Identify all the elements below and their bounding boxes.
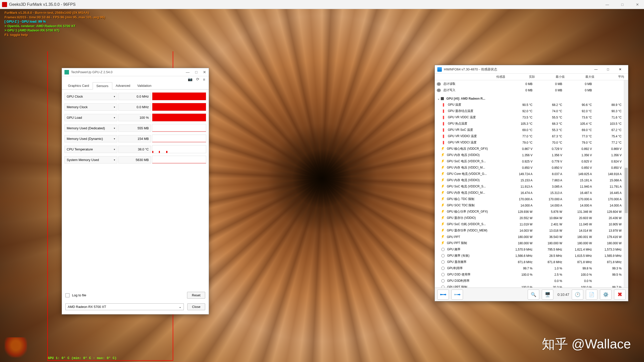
gpuz-maximize-button[interactable]: □: [195, 70, 197, 74]
sensor-row[interactable]: GPU 热点温度105.3 °C68.3 °C105.4 °C103.5 °C: [437, 120, 624, 127]
sensor-graph[interactable]: [152, 113, 206, 122]
sensor-value[interactable]: 5630 MB: [118, 156, 151, 164]
hwinfo-scrollbar[interactable]: [624, 80, 628, 288]
network-icon[interactable]: 🖥️: [542, 290, 553, 300]
gpu-select-dropdown[interactable]: AMD Radeon RX 5700 XT ⌄: [65, 303, 184, 310]
sensor-row[interactable]: GPU 内存 电流 (VDDCI_M...16.474 A15.313 A16.…: [437, 190, 624, 196]
sensor-row[interactable]: GPU SOC TDC 限制14.000 A14.000 A14.000 A14…: [437, 202, 624, 209]
sensor-row[interactable]: GPU 温度90.5 °C68.2 °C90.6 °C88.9 °C: [437, 102, 624, 108]
sensor-row[interactable]: GPU VR VDDC 温度73.5 °C55.5 °C73.6 °C71.6 …: [437, 114, 624, 120]
sensor-graph[interactable]: [152, 124, 206, 132]
sensor-row[interactable]: GPU 内存 电流 (VDDIO)15.153 A7.863 A15.191 A…: [437, 177, 624, 183]
sensor-value[interactable]: 0.0 MHz: [118, 103, 151, 111]
sensor-name-dropdown[interactable]: GPU Clock▾: [64, 93, 117, 100]
sensor-row[interactable]: GPU 频率 (有效)1,566.6 MHz28.5 MHz1,615.5 MH…: [437, 253, 624, 259]
sensor-row[interactable]: GPU 内存 电压 (VDDCI_M...0.850 V0.850 V0.850…: [437, 165, 624, 171]
clock-icon[interactable]: 🕐: [572, 290, 583, 300]
search-icon[interactable]: 🔍: [528, 290, 539, 300]
sensor-name-dropdown[interactable]: Memory Clock▾: [64, 103, 117, 111]
furmark-logo: [5, 337, 27, 357]
col-max[interactable]: 最大值: [567, 75, 596, 79]
sensor-graph[interactable]: [152, 103, 206, 111]
save-log-icon[interactable]: 📄: [586, 290, 597, 300]
sensor-name-dropdown[interactable]: GPU Load▾: [64, 114, 117, 121]
sensor-name-dropdown[interactable]: CPU Temperature▾: [64, 146, 117, 153]
io-row[interactable]: 总计读取0 MB0 MB0 MB: [437, 81, 624, 87]
row-value: 1,570.9 MHz: [505, 248, 534, 251]
nav-arrows-alt-button[interactable]: ⬅➡: [451, 290, 463, 300]
col-avg[interactable]: 平均: [596, 75, 626, 79]
sensor-row[interactable]: GPU 内存 电压 (VDDIO)1.356 V1.356 V1.356 V1.…: [437, 152, 624, 158]
menu-icon[interactable]: ≡: [203, 77, 205, 82]
close-button[interactable]: Close: [187, 303, 205, 310]
sensor-graph[interactable]: [152, 156, 206, 164]
sensor-row[interactable]: GPU 显存频率871.8 MHz871.8 MHz871.8 MHz871.8…: [437, 259, 624, 265]
row-value: 14.000 A: [534, 204, 564, 207]
col-sensor[interactable]: 传感器: [437, 75, 507, 79]
sensor-row[interactable]: GPU利用率99.7 %1.0 %99.8 %99.3 %: [437, 265, 624, 271]
col-current[interactable]: 实际: [507, 75, 537, 79]
sensor-row[interactable]: GPU VR VDDIO 温度77.0 °C67.3 °C77.0 °C75.4…: [437, 133, 624, 139]
main-titlebar[interactable]: Geeks3D FurMark v1.35.0.0 - 96FPS — □ ✕: [0, 0, 644, 9]
tab-graphics-card[interactable]: Graphics Card: [64, 82, 93, 89]
hwinfo-minimize-button[interactable]: —: [590, 66, 601, 73]
gpuz-tabs: Graphics Card Sensors Advanced Validatio…: [62, 82, 209, 90]
gpuz-titlebar[interactable]: TechPowerUp GPU-Z 2.54.0 — □ ✕: [62, 68, 209, 76]
sensor-row[interactable]: GPU 核心电压 (VDDCR_GFX)0.867 V0.729 V0.892 …: [437, 146, 624, 152]
sensor-value[interactable]: 0.0 MHz: [118, 93, 151, 100]
sensor-name-dropdown[interactable]: System Memory Used▾: [64, 156, 117, 164]
col-min[interactable]: 最小值: [537, 75, 567, 79]
gpuz-window[interactable]: TechPowerUp GPU-Z 2.54.0 — □ ✕ 📷 ⟳ ≡ Gra…: [62, 68, 209, 314]
screenshot-icon[interactable]: 📷: [188, 77, 193, 82]
scrollbar-thumb[interactable]: [625, 168, 628, 213]
gpuz-close-button[interactable]: ✕: [203, 70, 206, 74]
tab-advanced[interactable]: Advanced: [112, 82, 134, 89]
gpuz-minimize-button[interactable]: —: [186, 70, 190, 74]
sensor-graph[interactable]: [152, 145, 206, 153]
sensor-row[interactable]: GPU PPT180.000 W36.543 W180.001 W179.416…: [437, 234, 624, 240]
sensor-row[interactable]: GPU SoC 电流 (VDDCR_S...11.913 A3.085 A11.…: [437, 183, 624, 190]
maximize-button[interactable]: □: [618, 3, 627, 7]
sensor-row[interactable]: GPU 核心 TDC 限制170.000 A170.000 A170.000 A…: [437, 196, 624, 202]
gpu-section-header[interactable]: ⌄GPU [#0]: AMD Radeon R...: [437, 95, 624, 102]
hwinfo-maximize-button[interactable]: □: [602, 66, 614, 73]
sensor-value[interactable]: 555 MB: [118, 125, 151, 132]
sensor-row[interactable]: GPU 频率1,570.9 MHz795.5 MHz1,621.4 MHz1,5…: [437, 246, 624, 253]
collapse-icon[interactable]: ⌄: [437, 97, 440, 100]
sensor-row[interactable]: GPU D3D 使用率100.0 %2.5 %100.0 %99.5 %: [437, 271, 624, 278]
minimize-button[interactable]: —: [603, 3, 612, 7]
sensor-row[interactable]: GPU 显存功 (VDDIO)20.552 W10.664 W20.603 W2…: [437, 215, 624, 221]
sensor-row[interactable]: GPU 核心功率 (VDDCR_GFX)129.936 W5.876 W131.…: [437, 209, 624, 215]
reset-button[interactable]: Reset: [187, 292, 205, 299]
sensor-row[interactable]: GPU SoC 功耗 (VDDCR_S...11.019 W2.401 W11.…: [437, 221, 624, 227]
sensor-row[interactable]: GPU D3D利用率0.0 %0.0 %: [437, 278, 624, 284]
sensor-name-dropdown[interactable]: Memory Used (Dedicated)▾: [64, 125, 117, 132]
settings-icon[interactable]: ⚙️: [600, 290, 612, 300]
sensor-row[interactable]: GPU SoC 电压 (VDDCR_S...0.925 V0.778 V0.92…: [437, 158, 624, 165]
sensor-row[interactable]: GPU 显存功率 (VDDCI_MEM)14.003 W13.016 W14.0…: [437, 227, 624, 234]
close-button[interactable]: ✕: [633, 3, 642, 7]
sensor-row[interactable]: GPU Core 电流 (VDDCR_G...149.724 A8.037 A1…: [437, 171, 624, 177]
sensor-name-dropdown[interactable]: Memory Used (Dynamic)▾: [64, 135, 117, 142]
nav-arrows-button[interactable]: ⬅➡: [437, 290, 449, 300]
stop-button[interactable]: ✖: [614, 290, 626, 300]
tab-sensors[interactable]: Sensors: [93, 82, 112, 90]
log-to-file-checkbox[interactable]: [65, 293, 69, 297]
hwinfo-titlebar[interactable]: HWiNFO64 v7.30-4870 - 传感器状态 — □ ✕: [435, 65, 628, 74]
sensor-row[interactable]: GPU 显存结点温度92.0 °C74.0 °C92.0 °C90.3 °C: [437, 108, 624, 114]
sensor-row[interactable]: GPU VR SoC 温度69.0 °C55.3 °C69.0 °C67.2 °…: [437, 127, 624, 133]
hwinfo-close-button[interactable]: ✕: [615, 66, 626, 73]
sensor-graph[interactable]: [152, 135, 206, 143]
tab-validation[interactable]: Validation: [134, 82, 155, 89]
refresh-icon[interactable]: ⟳: [196, 77, 199, 82]
sensor-row[interactable]: GPU PPT 限制180.000 W180.000 W180.000 W180…: [437, 240, 624, 246]
io-row[interactable]: 总计写入0 MB0 MB0 MB: [437, 87, 624, 93]
sensor-row[interactable]: GPU VR VDDCI 温度79.0 °C70.0 °C79.0 °C77.2…: [437, 139, 624, 146]
sensor-value[interactable]: 100 %: [118, 114, 151, 121]
sensor-value[interactable]: 154 MB: [118, 135, 151, 142]
sensor-graph[interactable]: [152, 92, 206, 100]
gpu-temp-status: GPU 1: 0° C (min: 0° C - max: 0° C): [48, 356, 117, 360]
sensor-value[interactable]: 38.0 °C: [118, 146, 151, 153]
sensor-row[interactable]: GPU PPT 限制100.0 %20.3 %100.0 %99.7 %: [437, 284, 624, 288]
hwinfo-window[interactable]: HWiNFO64 v7.30-4870 - 传感器状态 — □ ✕ 传感器 实际…: [435, 65, 628, 301]
